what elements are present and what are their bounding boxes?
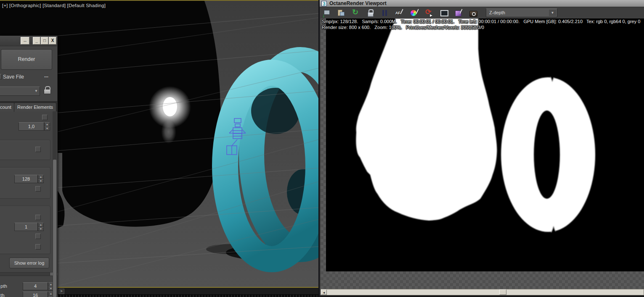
preset-dropdown[interactable]: ▼ xyxy=(0,87,40,96)
camera-icon[interactable] xyxy=(469,8,478,18)
depth-label-2: th xyxy=(0,293,5,297)
viewport-label[interactable]: [+] [Orthographic] [Standard] [Default S… xyxy=(2,3,106,8)
light-core[interactable] xyxy=(163,97,177,116)
checkbox[interactable] xyxy=(35,215,41,220)
restart-render-icon[interactable] xyxy=(351,8,360,18)
window-bottom-edge xyxy=(320,295,644,297)
pause-icon[interactable] xyxy=(380,8,390,18)
render-image[interactable] xyxy=(326,18,644,271)
render-passes-picker-icon[interactable] xyxy=(454,8,463,18)
tab-count[interactable]: count xyxy=(0,103,15,112)
copy-clipboard-icon[interactable] xyxy=(336,8,345,18)
octane-render-viewport-window: 3 OctaneRender Viewport Z-depth ▼ xyxy=(320,0,644,297)
render-transparency-checker xyxy=(321,18,644,289)
lock-icon[interactable] xyxy=(43,86,51,94)
viewport-sync-icon[interactable] xyxy=(439,8,448,18)
octane-titlebar[interactable]: 3 OctaneRender Viewport xyxy=(320,0,644,7)
close-button[interactable]: X xyxy=(49,37,56,45)
maxscript-mini-listener[interactable]: > xyxy=(58,289,64,294)
chevron-down-icon: ▼ xyxy=(34,89,38,93)
3dsmax-app-icon: 3 xyxy=(321,1,327,6)
render-setup-window: ↔ _ □ X Render Save File ... ▼ count Ren… xyxy=(0,36,58,297)
minimize-button[interactable]: _ xyxy=(33,37,40,45)
checkbox[interactable] xyxy=(35,147,41,152)
group-box xyxy=(0,140,50,160)
scrollbar-left-arrow[interactable]: ◄ xyxy=(321,289,327,295)
reload-scene-icon[interactable] xyxy=(424,8,434,18)
chevron-down-icon: ▼ xyxy=(549,10,556,16)
spinner-mid[interactable]: 128 ▲▼ xyxy=(14,175,44,183)
render-button[interactable]: Render xyxy=(1,49,52,70)
scrollbar-thumb[interactable] xyxy=(499,289,506,295)
checkbox[interactable] xyxy=(42,115,48,120)
zdepth-render-canvas xyxy=(326,18,644,271)
save-file-label: Save File xyxy=(3,74,24,80)
timeline-strip: > xyxy=(58,287,319,297)
application-window: [+] [Orthographic] [Standard] [Default S… xyxy=(0,0,644,297)
depth-spinner-1[interactable]: 4 ▲▼ xyxy=(23,282,54,290)
tab-render-elements[interactable]: Render Elements xyxy=(14,103,56,112)
maximize-button[interactable]: □ xyxy=(41,37,48,45)
rollout-divider xyxy=(0,272,58,276)
show-error-log-button[interactable]: Show error log xyxy=(9,258,49,268)
autofocus-picker-icon[interactable] xyxy=(395,8,404,18)
lock-icon[interactable] xyxy=(366,8,375,18)
checkbox[interactable] xyxy=(35,244,41,250)
track-bar[interactable] xyxy=(58,294,319,297)
depth-label-1: pth xyxy=(0,284,7,289)
panel-scrollbar[interactable] xyxy=(53,111,57,297)
browse-files-button[interactable]: ... xyxy=(44,73,48,79)
spinner-top[interactable]: 1,0 ▲▼ xyxy=(19,122,50,131)
white-balance-picker-icon[interactable] xyxy=(410,8,419,18)
resize-button[interactable]: ↔ xyxy=(21,37,29,45)
checkbox[interactable] xyxy=(35,186,41,192)
depth-spinner-2[interactable]: 16 ▲▼ xyxy=(23,292,54,297)
render-status-line1: Smp/px: 128/128. Samp/s: 0.000M. Time: 0… xyxy=(322,19,640,24)
render-status-line2: Render size: 800 x 600. Zoom: 100%. Prim… xyxy=(322,25,484,30)
light-glow-secondary xyxy=(161,120,176,144)
octane-window-title: OctaneRender Viewport xyxy=(329,0,387,6)
save-file-checkbox[interactable] xyxy=(0,74,2,79)
save-render-icon[interactable] xyxy=(321,8,331,18)
render-setup-tab-bar: count Render Elements xyxy=(0,101,58,111)
spinner-low[interactable]: 1 ▲▼ xyxy=(14,223,44,231)
render-pass-value: Z-depth xyxy=(489,10,505,15)
horizontal-scrollbar[interactable]: ◄ xyxy=(321,289,644,295)
panel-scrollbar-thumb[interactable] xyxy=(53,160,56,297)
checkbox[interactable] xyxy=(35,234,41,239)
render-pass-dropdown[interactable]: Z-depth ▼ xyxy=(486,8,557,17)
octane-toolbar xyxy=(320,7,644,18)
